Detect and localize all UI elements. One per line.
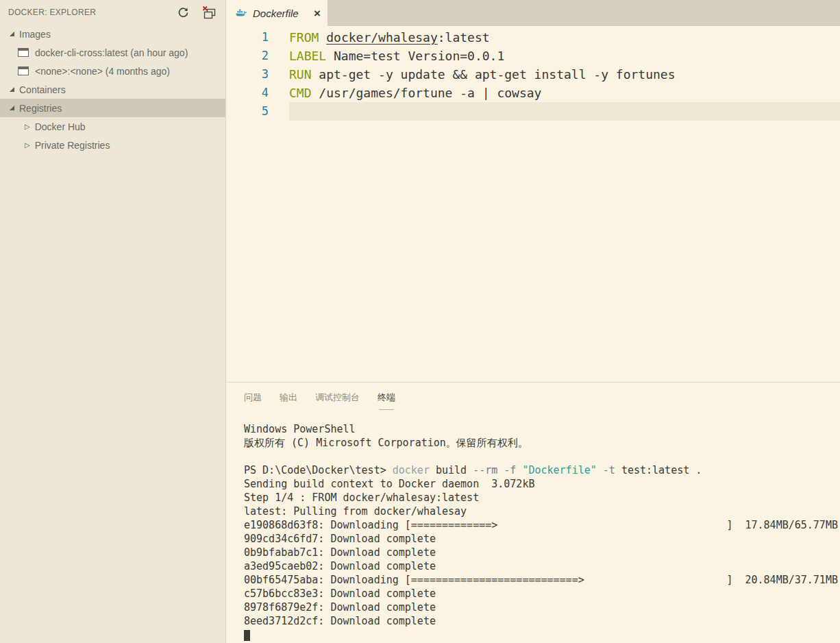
twisty-collapsed-icon[interactable]: ▷ bbox=[25, 123, 30, 130]
terminal-cursor bbox=[244, 630, 250, 641]
panel-tab-bar: 问题输出调试控制台终端 bbox=[226, 383, 840, 413]
line-number: 3 bbox=[226, 65, 269, 84]
code-line[interactable]: 3RUN apt-get -y update && apt-get instal… bbox=[226, 65, 840, 84]
sidebar-item-private-registries[interactable]: ▷Private Registries bbox=[0, 136, 225, 154]
editor-pane[interactable]: 1FROM docker/whalesay:latest2LABEL Name=… bbox=[226, 26, 840, 382]
terminal[interactable]: Windows PowerShell版权所有 (C) Microsoft Cor… bbox=[226, 413, 840, 642]
terminal-line: 00bf65475aba: Downloading [=============… bbox=[244, 573, 840, 587]
terminal-line: e190868d63f8: Downloading [=============… bbox=[244, 518, 840, 532]
tree-item-label: docker-cli-cross:latest (an hour ago) bbox=[35, 47, 188, 58]
image-icon bbox=[18, 66, 29, 75]
twisty-expanded-icon[interactable] bbox=[10, 32, 14, 36]
tab-dockerfile[interactable]: Dockerfile × bbox=[226, 0, 328, 26]
terminal-line: 0b9bfabab7c1: Download complete bbox=[244, 546, 840, 559]
line-number: 1 bbox=[226, 28, 269, 47]
terminal-line: Windows PowerShell bbox=[244, 422, 840, 436]
twisty-collapsed-icon[interactable]: ▷ bbox=[25, 142, 30, 149]
terminal-line: a3ed95caeb02: Download complete bbox=[244, 559, 840, 573]
code-text: RUN apt-get -y update && apt-get install… bbox=[289, 65, 840, 84]
terminal-line: 版权所有 (C) Microsoft Corporation。保留所有权利。 bbox=[244, 436, 840, 450]
panel-tab-output[interactable]: 输出 bbox=[280, 391, 297, 404]
docker-whale-icon bbox=[236, 9, 247, 18]
tab-label: Dockerfile bbox=[253, 8, 306, 19]
terminal-line: PS D:\Code\Docker\test> docker build --r… bbox=[244, 463, 840, 477]
panel-tab-debug-console[interactable]: 调试控制台 bbox=[315, 391, 360, 404]
twisty-expanded-icon[interactable] bbox=[10, 87, 14, 92]
sidebar-item-none-none-4-months-ago[interactable]: <none>:<none> (4 months ago) bbox=[0, 62, 225, 80]
twisty-expanded-icon[interactable] bbox=[10, 106, 14, 110]
sidebar-item-registries[interactable]: Registries bbox=[0, 99, 225, 117]
sidebar-header: DOCKER: EXPLORER bbox=[0, 0, 225, 25]
terminal-line: 8978f6879e2f: Download complete bbox=[244, 600, 840, 614]
sidebar-item-containers[interactable]: Containers bbox=[0, 80, 225, 99]
terminal-line: Sending build context to Docker daemon 3… bbox=[244, 477, 840, 491]
image-icon bbox=[18, 48, 29, 57]
line-number: 4 bbox=[226, 84, 269, 102]
code-text bbox=[289, 102, 840, 121]
docker-explorer-sidebar: DOCKER: EXPLORER Imagesdocker-cl bbox=[0, 0, 226, 643]
code-line[interactable]: 1FROM docker/whalesay:latest bbox=[226, 28, 840, 47]
terminal-line: 8eed3712d2cf: Download complete bbox=[244, 614, 840, 628]
code-line[interactable]: 5 bbox=[226, 102, 840, 121]
tree-item-label: Images bbox=[19, 29, 51, 40]
editor-tab-bar: Dockerfile × bbox=[226, 0, 840, 26]
bottom-panel: 问题输出调试控制台终端 Windows PowerShell版权所有 (C) M… bbox=[226, 382, 840, 643]
terminal-line: Step 1/4 : FROM docker/whalesay:latest bbox=[244, 491, 840, 505]
code-line[interactable]: 2LABEL Name=test Version=0.0.1 bbox=[226, 47, 840, 65]
main-area: Dockerfile × 1FROM docker/whalesay:lates… bbox=[226, 0, 840, 643]
panel-tab-terminal[interactable]: 终端 bbox=[378, 391, 395, 404]
panel-tab-problems[interactable]: 问题 bbox=[244, 391, 262, 404]
sidebar-item-docker-hub[interactable]: ▷Docker Hub bbox=[0, 117, 225, 136]
code-text: LABEL Name=test Version=0.0.1 bbox=[289, 47, 840, 65]
line-number: 2 bbox=[226, 47, 269, 65]
refresh-icon[interactable] bbox=[176, 5, 190, 19]
code-text: FROM docker/whalesay:latest bbox=[289, 28, 840, 47]
prune-icon[interactable] bbox=[202, 5, 216, 19]
line-number: 5 bbox=[226, 102, 269, 121]
sidebar-item-images[interactable]: Images bbox=[0, 25, 225, 43]
terminal-line: c57b6bcc83e3: Download complete bbox=[244, 587, 840, 600]
sidebar-item-docker-cli-cross-latest-an-hour-ago[interactable]: docker-cli-cross:latest (an hour ago) bbox=[0, 43, 225, 62]
docker-explorer-tree: Imagesdocker-cli-cross:latest (an hour a… bbox=[0, 25, 225, 154]
sidebar-header-actions bbox=[176, 5, 216, 19]
code-text: CMD /usr/games/fortune -a | cowsay bbox=[289, 84, 840, 102]
terminal-line: 909cd34c6fd7: Download complete bbox=[244, 532, 840, 546]
tree-item-label: Registries bbox=[19, 103, 62, 114]
tree-item-label: Containers bbox=[19, 84, 66, 95]
tree-item-label: <none>:<none> (4 months ago) bbox=[35, 66, 170, 77]
terminal-cursor-line bbox=[244, 628, 840, 642]
tree-item-label: Private Registries bbox=[35, 140, 110, 151]
sidebar-title: DOCKER: EXPLORER bbox=[8, 8, 176, 17]
terminal-line bbox=[244, 450, 840, 463]
tree-item-label: Docker Hub bbox=[35, 121, 86, 132]
code-line[interactable]: 4CMD /usr/games/fortune -a | cowsay bbox=[226, 84, 840, 102]
close-tab-icon[interactable]: × bbox=[314, 8, 321, 19]
terminal-line: latest: Pulling from docker/whalesay bbox=[244, 505, 840, 518]
vscode-window: DOCKER: EXPLORER Imagesdocker-cl bbox=[0, 0, 840, 643]
